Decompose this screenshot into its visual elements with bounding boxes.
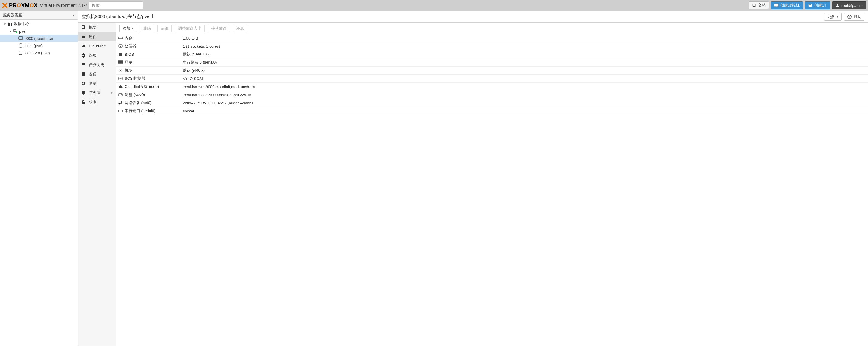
hardware-row[interactable]: 硬盘 (scsi0)local-lvm:base-9000-disk-0,siz…: [116, 91, 868, 99]
chevron-down-icon: ▾: [837, 15, 838, 18]
edit-label: 编辑: [161, 26, 168, 31]
menu-item-label: 选项: [89, 53, 96, 58]
menu-item-label: 任务历史: [89, 62, 104, 67]
hardware-row[interactable]: 显示串行终端 0 (serial0): [116, 58, 868, 66]
search-input[interactable]: [89, 1, 143, 9]
storage-icon: [18, 50, 23, 55]
menu-item-label: 概要: [89, 25, 96, 30]
hardware-row[interactable]: 串行端口 (serial0)socket: [116, 107, 868, 115]
docs-button[interactable]: 文档: [749, 1, 769, 9]
resize-label: 调整磁盘大小: [178, 26, 202, 31]
remove-label: 删除: [143, 26, 151, 31]
remove-button[interactable]: 删除: [140, 25, 154, 32]
version-label: Virtual Environment 7.1-7: [40, 3, 88, 8]
content-body: 概要硬件Cloud-Init选项任务历史备份复制防火墙▸权限 添加 ▾ 删除 编…: [78, 23, 868, 346]
menu-item-backup[interactable]: 备份: [78, 69, 116, 79]
hardware-value: virtio=7E:2B:AC:C0:45:1A,bridge=vmbr0: [182, 101, 868, 105]
menu-item-label: Cloud-Init: [89, 44, 105, 48]
hardware-panel: 添加 ▾ 删除 编辑 调整磁盘大小 移动磁盘: [116, 23, 868, 346]
hardware-row[interactable]: CloudInit设备 (ide0)local-lvm:vm-9000-clou…: [116, 83, 868, 91]
tree-toggle-icon[interactable]: ▾: [3, 22, 7, 26]
user-menu-button[interactable]: root@pam ▾: [832, 1, 866, 9]
user-icon: [835, 3, 839, 7]
edit-button[interactable]: 编辑: [157, 25, 172, 32]
menu-item-replication[interactable]: 复制: [78, 79, 116, 88]
tree-view-selector[interactable]: 服务器视图 ▾: [0, 11, 78, 20]
chevron-down-icon: ▾: [861, 4, 863, 7]
memory-icon: [118, 36, 123, 40]
hardware-key: 显示: [125, 60, 182, 65]
help-button[interactable]: 帮助: [844, 13, 864, 21]
node-green-icon: [13, 29, 18, 34]
chevron-down-icon: ▾: [132, 27, 134, 30]
content-header: 虚拟机9000 (ubuntu-ci)在节点'pve'上 更多 ▾ 帮助: [78, 11, 868, 23]
hardware-value: local-lvm:vm-9000-cloudinit,media=cdrom: [182, 85, 868, 89]
hardware-row[interactable]: 机型默认 (i440fx): [116, 66, 868, 75]
shield-icon: [81, 90, 86, 95]
hardware-value: 1.00 GiB: [182, 36, 868, 40]
app-header: PROXMOX Virtual Environment 7.1-7 文档 创建虚…: [0, 0, 868, 11]
hardware-key: 串行端口 (serial0): [125, 108, 182, 114]
hardware-value: socket: [182, 109, 868, 113]
restore-label: 还原: [236, 26, 244, 31]
help-icon: [847, 15, 851, 19]
server-tree-panel: 服务器视图 ▾ ▾数据中心▾pve9000 (ubuntu-ci)local (…: [0, 11, 78, 346]
machine-icon: [118, 68, 123, 73]
disk-icon: [118, 92, 123, 97]
hardware-key: 内存: [125, 35, 182, 41]
hardware-value: 默认 (i440fx): [182, 68, 868, 73]
hardware-key: 硬盘 (scsi0): [125, 92, 182, 97]
hardware-table: 内存1.00 GiB处理器1 (1 sockets, 1 cores)BIOS默…: [116, 34, 868, 346]
hardware-row[interactable]: 内存1.00 GiB: [116, 34, 868, 42]
hardware-row[interactable]: 网络设备 (net0)virtio=7E:2B:AC:C0:45:1A,brid…: [116, 99, 868, 107]
menu-item-hardware[interactable]: 硬件: [78, 32, 116, 41]
tree-view-label: 服务器视图: [3, 12, 23, 18]
refresh-icon: [81, 81, 86, 86]
cloud-icon: [118, 84, 123, 89]
vm-icon: [18, 36, 23, 41]
tree-item-local[interactable]: local (pve): [0, 42, 78, 49]
tree-toggle-icon[interactable]: ▾: [8, 29, 12, 33]
hardware-row[interactable]: SCSI控制器VirtIO SCSI: [116, 75, 868, 83]
bios-icon: [118, 52, 123, 57]
hardware-value: VirtIO SCSI: [182, 77, 868, 81]
logo-x-icon: [2, 2, 8, 8]
menu-item-options[interactable]: 选项: [78, 51, 116, 60]
add-button[interactable]: 添加 ▾: [119, 25, 137, 32]
move-disk-button[interactable]: 移动磁盘: [208, 25, 230, 32]
menu-item-label: 备份: [89, 71, 96, 77]
menu-item-taskhist[interactable]: 任务历史: [78, 60, 116, 69]
server-icon: [7, 22, 12, 26]
more-button[interactable]: 更多 ▾: [824, 13, 842, 21]
menu-item-label: 防火墙: [89, 90, 100, 95]
hardware-key: 网络设备 (net0): [125, 100, 182, 106]
add-label: 添加: [123, 26, 130, 31]
menu-item-label: 硬件: [89, 34, 96, 39]
menu-item-summary[interactable]: 概要: [78, 23, 116, 32]
gear-icon: [81, 53, 86, 58]
create-ct-button[interactable]: 创建CT: [805, 1, 830, 9]
tree-item-vm9000[interactable]: 9000 (ubuntu-ci): [0, 35, 78, 42]
menu-item-cloudinit[interactable]: Cloud-Init: [78, 41, 116, 51]
menu-item-firewall[interactable]: 防火墙▸: [78, 88, 116, 97]
logo: PROXMOX Virtual Environment 7.1-7: [2, 2, 87, 9]
tree-item-locallvm[interactable]: local-lvm (pve): [0, 49, 78, 56]
tree-item-datacenter[interactable]: ▾数据中心: [0, 20, 78, 28]
chevron-down-icon: ▾: [73, 14, 74, 17]
book-icon: [752, 3, 756, 7]
hardware-key: BIOS: [125, 52, 182, 57]
menu-item-perm[interactable]: 权限: [78, 97, 116, 107]
create-vm-button[interactable]: 创建虚拟机: [771, 1, 803, 9]
more-label: 更多: [827, 14, 835, 20]
tree-item-label: 9000 (ubuntu-ci): [25, 36, 53, 41]
content-panel: 虚拟机9000 (ubuntu-ci)在节点'pve'上 更多 ▾ 帮助 概要硬…: [78, 11, 868, 346]
hardware-value: local-lvm:base-9000-disk-0,size=2252M: [182, 93, 868, 97]
tree-item-pve[interactable]: ▾pve: [0, 28, 78, 35]
logo-text: PROXMOX: [9, 2, 38, 9]
cube-icon: [808, 3, 812, 7]
resize-disk-button[interactable]: 调整磁盘大小: [175, 25, 205, 32]
restore-button[interactable]: 还原: [233, 25, 247, 32]
hardware-row[interactable]: BIOS默认 (SeaBIOS): [116, 50, 868, 58]
hardware-row[interactable]: 处理器1 (1 sockets, 1 cores): [116, 42, 868, 50]
app-body: 服务器视图 ▾ ▾数据中心▾pve9000 (ubuntu-ci)local (…: [0, 11, 868, 346]
